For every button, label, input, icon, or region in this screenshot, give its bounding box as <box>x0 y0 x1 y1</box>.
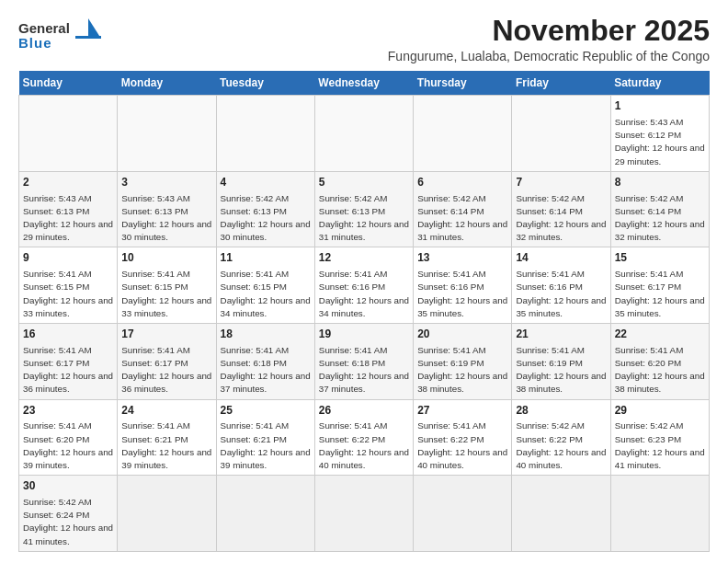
table-row: 12Sunrise: 5:41 AM Sunset: 6:16 PM Dayli… <box>314 247 413 324</box>
day-number: 4 <box>221 175 311 190</box>
table-row: 17Sunrise: 5:41 AM Sunset: 6:17 PM Dayli… <box>118 324 216 400</box>
day-info: Sunrise: 5:41 AM Sunset: 6:20 PM Dayligh… <box>23 419 113 472</box>
table-row: 16Sunrise: 5:41 AM Sunset: 6:17 PM Dayli… <box>19 324 118 400</box>
header-saturday: Saturday <box>610 71 709 96</box>
title-area: November 2025 Fungurume, Lualaba, Democr… <box>388 15 710 63</box>
day-info: Sunrise: 5:42 AM Sunset: 6:13 PM Dayligh… <box>221 192 311 245</box>
day-info: Sunrise: 5:43 AM Sunset: 6:13 PM Dayligh… <box>121 192 211 245</box>
day-info: Sunrise: 5:42 AM Sunset: 6:14 PM Dayligh… <box>615 192 705 245</box>
day-number: 1 <box>615 98 705 114</box>
logo-icon <box>75 18 101 39</box>
day-info: Sunrise: 5:42 AM Sunset: 6:13 PM Dayligh… <box>319 192 409 245</box>
table-row: 8Sunrise: 5:42 AM Sunset: 6:14 PM Daylig… <box>610 171 709 247</box>
calendar-week-row: 2Sunrise: 5:43 AM Sunset: 6:13 PM Daylig… <box>19 171 710 247</box>
table-row <box>414 96 512 172</box>
day-number: 25 <box>221 403 311 419</box>
table-row: 7Sunrise: 5:42 AM Sunset: 6:14 PM Daylig… <box>512 171 610 247</box>
day-info: Sunrise: 5:43 AM Sunset: 6:12 PM Dayligh… <box>615 116 705 168</box>
weekday-header-row: Sunday Monday Tuesday Wednesday Thursday… <box>19 71 710 96</box>
day-info: Sunrise: 5:41 AM Sunset: 6:15 PM Dayligh… <box>23 268 113 320</box>
day-info: Sunrise: 5:42 AM Sunset: 6:14 PM Dayligh… <box>516 192 606 245</box>
day-info: Sunrise: 5:42 AM Sunset: 6:23 PM Dayligh… <box>615 419 705 472</box>
calendar-week-row: 9Sunrise: 5:41 AM Sunset: 6:15 PM Daylig… <box>19 247 710 324</box>
day-number: 7 <box>516 175 606 190</box>
day-info: Sunrise: 5:41 AM Sunset: 6:17 PM Dayligh… <box>23 344 113 396</box>
table-row: 13Sunrise: 5:41 AM Sunset: 6:16 PM Dayli… <box>414 247 512 324</box>
table-row: 23Sunrise: 5:41 AM Sunset: 6:20 PM Dayli… <box>19 399 118 476</box>
calendar-table: Sunday Monday Tuesday Wednesday Thursday… <box>18 71 710 552</box>
day-number: 18 <box>221 327 311 342</box>
svg-rect-1 <box>75 36 101 39</box>
svg-marker-0 <box>88 18 101 39</box>
table-row: 21Sunrise: 5:41 AM Sunset: 6:19 PM Dayli… <box>512 324 610 400</box>
header-thursday: Thursday <box>414 71 512 96</box>
day-number: 11 <box>221 250 311 266</box>
day-number: 29 <box>615 403 705 419</box>
day-number: 28 <box>516 403 606 419</box>
day-number: 5 <box>319 175 409 190</box>
table-row: 3Sunrise: 5:43 AM Sunset: 6:13 PM Daylig… <box>118 171 216 247</box>
day-info: Sunrise: 5:42 AM Sunset: 6:14 PM Dayligh… <box>417 192 507 245</box>
calendar-week-row: 1Sunrise: 5:43 AM Sunset: 6:12 PM Daylig… <box>19 96 710 172</box>
day-info: Sunrise: 5:42 AM Sunset: 6:24 PM Dayligh… <box>23 496 113 548</box>
day-info: Sunrise: 5:41 AM Sunset: 6:21 PM Dayligh… <box>221 419 311 472</box>
calendar-week-row: 23Sunrise: 5:41 AM Sunset: 6:20 PM Dayli… <box>19 399 710 476</box>
table-row: 22Sunrise: 5:41 AM Sunset: 6:20 PM Dayli… <box>610 324 709 400</box>
table-row <box>512 96 610 172</box>
table-row: 18Sunrise: 5:41 AM Sunset: 6:18 PM Dayli… <box>216 324 314 400</box>
table-row: 9Sunrise: 5:41 AM Sunset: 6:15 PM Daylig… <box>19 247 118 324</box>
table-row <box>216 96 314 172</box>
day-number: 2 <box>23 175 113 190</box>
table-row: 11Sunrise: 5:41 AM Sunset: 6:15 PM Dayli… <box>216 247 314 324</box>
day-info: Sunrise: 5:41 AM Sunset: 6:17 PM Dayligh… <box>121 344 211 396</box>
logo-area: General Blue <box>18 15 101 51</box>
day-info: Sunrise: 5:41 AM Sunset: 6:21 PM Dayligh… <box>121 419 211 472</box>
header-tuesday: Tuesday <box>216 71 314 96</box>
table-row: 26Sunrise: 5:41 AM Sunset: 6:22 PM Dayli… <box>314 399 413 476</box>
day-number: 17 <box>121 327 211 342</box>
header-monday: Monday <box>118 71 216 96</box>
table-row <box>216 476 314 552</box>
table-row: 28Sunrise: 5:42 AM Sunset: 6:22 PM Dayli… <box>512 399 610 476</box>
table-row: 4Sunrise: 5:42 AM Sunset: 6:13 PM Daylig… <box>216 171 314 247</box>
table-row: 6Sunrise: 5:42 AM Sunset: 6:14 PM Daylig… <box>414 171 512 247</box>
day-number: 14 <box>516 250 606 266</box>
day-number: 8 <box>615 175 705 190</box>
day-number: 20 <box>417 327 507 342</box>
day-number: 13 <box>417 250 507 266</box>
table-row <box>118 96 216 172</box>
table-row <box>610 476 709 552</box>
day-number: 6 <box>417 175 507 190</box>
day-info: Sunrise: 5:43 AM Sunset: 6:13 PM Dayligh… <box>23 192 113 245</box>
logo-blue-text: Blue <box>18 35 52 51</box>
day-info: Sunrise: 5:41 AM Sunset: 6:15 PM Dayligh… <box>121 268 211 320</box>
day-number: 30 <box>23 478 113 494</box>
calendar-week-row: 16Sunrise: 5:41 AM Sunset: 6:17 PM Dayli… <box>19 324 710 400</box>
table-row: 2Sunrise: 5:43 AM Sunset: 6:13 PM Daylig… <box>19 171 118 247</box>
day-number: 10 <box>121 250 211 266</box>
table-row <box>512 476 610 552</box>
header-sunday: Sunday <box>19 71 118 96</box>
page-header: General Blue November 2025 Fungurume, Lu… <box>18 15 710 63</box>
day-info: Sunrise: 5:41 AM Sunset: 6:16 PM Dayligh… <box>319 268 409 320</box>
table-row: 30Sunrise: 5:42 AM Sunset: 6:24 PM Dayli… <box>19 476 118 552</box>
day-number: 26 <box>319 403 409 419</box>
table-row: 24Sunrise: 5:41 AM Sunset: 6:21 PM Dayli… <box>118 399 216 476</box>
day-info: Sunrise: 5:41 AM Sunset: 6:17 PM Dayligh… <box>615 268 705 320</box>
day-number: 15 <box>615 250 705 266</box>
calendar-week-row: 30Sunrise: 5:42 AM Sunset: 6:24 PM Dayli… <box>19 476 710 552</box>
table-row: 10Sunrise: 5:41 AM Sunset: 6:15 PM Dayli… <box>118 247 216 324</box>
table-row: 14Sunrise: 5:41 AM Sunset: 6:16 PM Dayli… <box>512 247 610 324</box>
table-row: 20Sunrise: 5:41 AM Sunset: 6:19 PM Dayli… <box>414 324 512 400</box>
day-number: 16 <box>23 327 113 342</box>
day-info: Sunrise: 5:41 AM Sunset: 6:15 PM Dayligh… <box>221 268 311 320</box>
table-row: 1Sunrise: 5:43 AM Sunset: 6:12 PM Daylig… <box>610 96 709 172</box>
day-info: Sunrise: 5:41 AM Sunset: 6:16 PM Dayligh… <box>516 268 606 320</box>
day-info: Sunrise: 5:41 AM Sunset: 6:16 PM Dayligh… <box>417 268 507 320</box>
table-row <box>314 476 413 552</box>
day-info: Sunrise: 5:41 AM Sunset: 6:22 PM Dayligh… <box>319 419 409 472</box>
location-subtitle: Fungurume, Lualaba, Democratic Republic … <box>388 49 710 63</box>
day-info: Sunrise: 5:41 AM Sunset: 6:19 PM Dayligh… <box>417 344 507 396</box>
day-info: Sunrise: 5:41 AM Sunset: 6:20 PM Dayligh… <box>615 344 705 396</box>
day-number: 24 <box>121 403 211 419</box>
